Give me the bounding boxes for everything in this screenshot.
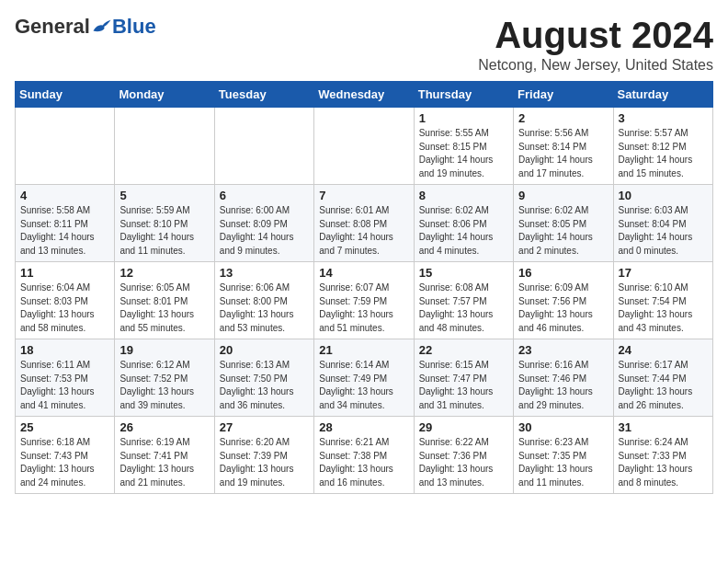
day-detail: Sunrise: 6:16 AM Sunset: 7:46 PM Dayligh… [518,359,608,412]
calendar-cell: 19Sunrise: 6:12 AM Sunset: 7:52 PM Dayli… [115,339,214,417]
day-number: 1 [419,111,508,125]
title-block: August 2024 Netcong, New Jersey, United … [478,15,713,74]
day-detail: Sunrise: 6:15 AM Sunset: 7:47 PM Dayligh… [419,359,508,412]
day-number: 21 [319,343,408,357]
calendar-cell: 20Sunrise: 6:13 AM Sunset: 7:50 PM Dayli… [214,339,313,417]
calendar-cell: 7Sunrise: 6:01 AM Sunset: 8:08 PM Daylig… [314,185,414,262]
day-detail: Sunrise: 6:18 AM Sunset: 7:43 PM Dayligh… [20,436,109,489]
calendar-cell: 12Sunrise: 6:05 AM Sunset: 8:01 PM Dayli… [115,262,214,339]
day-number: 3 [619,111,708,125]
day-detail: Sunrise: 6:22 AM Sunset: 7:36 PM Dayligh… [419,436,508,489]
calendar-cell: 31Sunrise: 6:24 AM Sunset: 7:33 PM Dayli… [613,417,712,494]
calendar-cell [314,108,414,185]
calendar-cell: 18Sunrise: 6:11 AM Sunset: 7:53 PM Dayli… [16,339,115,417]
day-header-thursday: Thursday [414,82,513,108]
calendar-header-row: SundayMondayTuesdayWednesdayThursdayFrid… [16,82,713,108]
day-number: 26 [119,420,209,434]
day-detail: Sunrise: 6:13 AM Sunset: 7:50 PM Dayligh… [220,359,309,412]
calendar-cell: 4Sunrise: 5:58 AM Sunset: 8:11 PM Daylig… [16,185,115,262]
calendar-cell: 26Sunrise: 6:19 AM Sunset: 7:41 PM Dayli… [115,417,214,494]
day-number: 9 [518,189,608,202]
calendar-cell: 30Sunrise: 6:23 AM Sunset: 7:35 PM Dayli… [514,417,613,494]
day-header-wednesday: Wednesday [314,82,414,108]
day-number: 16 [518,266,608,280]
calendar-table: SundayMondayTuesdayWednesdayThursdayFrid… [15,81,713,494]
day-detail: Sunrise: 6:19 AM Sunset: 7:41 PM Dayligh… [119,436,209,489]
calendar-cell: 25Sunrise: 6:18 AM Sunset: 7:43 PM Dayli… [16,417,115,494]
day-number: 29 [419,420,508,434]
day-detail: Sunrise: 6:00 AM Sunset: 8:09 PM Dayligh… [220,204,309,258]
day-number: 13 [220,266,309,280]
day-detail: Sunrise: 5:56 AM Sunset: 8:14 PM Dayligh… [518,127,608,180]
day-detail: Sunrise: 6:14 AM Sunset: 7:49 PM Dayligh… [319,359,408,412]
calendar-cell: 11Sunrise: 6:04 AM Sunset: 8:03 PM Dayli… [16,262,115,339]
day-detail: Sunrise: 6:06 AM Sunset: 8:00 PM Dayligh… [220,282,309,335]
day-detail: Sunrise: 6:17 AM Sunset: 7:44 PM Dayligh… [619,359,708,412]
day-number: 7 [319,189,408,202]
calendar-week-row: 1Sunrise: 5:55 AM Sunset: 8:15 PM Daylig… [16,108,713,185]
day-header-saturday: Saturday [613,82,712,108]
day-number: 15 [419,266,508,280]
day-number: 18 [20,343,109,357]
day-detail: Sunrise: 5:57 AM Sunset: 8:12 PM Dayligh… [619,127,708,180]
day-detail: Sunrise: 6:10 AM Sunset: 7:54 PM Dayligh… [619,282,708,335]
calendar-cell: 13Sunrise: 6:06 AM Sunset: 8:00 PM Dayli… [214,262,313,339]
calendar-cell: 23Sunrise: 6:16 AM Sunset: 7:46 PM Dayli… [514,339,613,417]
day-detail: Sunrise: 6:09 AM Sunset: 7:56 PM Dayligh… [518,282,608,335]
calendar-week-row: 18Sunrise: 6:11 AM Sunset: 7:53 PM Dayli… [16,339,713,417]
day-header-friday: Friday [514,82,613,108]
location-text: Netcong, New Jersey, United States [478,57,713,74]
day-detail: Sunrise: 6:11 AM Sunset: 7:53 PM Dayligh… [20,359,109,412]
calendar-cell [214,108,313,185]
day-number: 4 [20,189,109,202]
day-number: 22 [419,343,508,357]
day-number: 14 [319,266,408,280]
calendar-cell: 1Sunrise: 5:55 AM Sunset: 8:15 PM Daylig… [414,108,513,185]
day-number: 12 [119,266,209,280]
day-number: 24 [619,343,708,357]
calendar-week-row: 11Sunrise: 6:04 AM Sunset: 8:03 PM Dayli… [16,262,713,339]
day-header-monday: Monday [115,82,214,108]
calendar-cell: 6Sunrise: 6:00 AM Sunset: 8:09 PM Daylig… [214,185,313,262]
calendar-cell: 22Sunrise: 6:15 AM Sunset: 7:47 PM Dayli… [414,339,513,417]
calendar-cell: 5Sunrise: 5:59 AM Sunset: 8:10 PM Daylig… [115,185,214,262]
day-header-tuesday: Tuesday [214,82,313,108]
calendar-cell: 3Sunrise: 5:57 AM Sunset: 8:12 PM Daylig… [613,108,712,185]
day-number: 17 [619,266,708,280]
day-detail: Sunrise: 5:58 AM Sunset: 8:11 PM Dayligh… [20,204,109,258]
logo: General Blue [15,15,156,39]
day-detail: Sunrise: 6:07 AM Sunset: 7:59 PM Dayligh… [319,282,408,335]
day-number: 28 [319,420,408,434]
calendar-cell: 24Sunrise: 6:17 AM Sunset: 7:44 PM Dayli… [613,339,712,417]
day-number: 27 [220,420,309,434]
calendar-cell: 10Sunrise: 6:03 AM Sunset: 8:04 PM Dayli… [613,185,712,262]
logo-blue-text: Blue [112,15,156,39]
calendar-week-row: 4Sunrise: 5:58 AM Sunset: 8:11 PM Daylig… [16,185,713,262]
day-detail: Sunrise: 6:21 AM Sunset: 7:38 PM Dayligh… [319,436,408,489]
day-number: 11 [20,266,109,280]
day-header-sunday: Sunday [16,82,115,108]
day-number: 5 [119,189,209,202]
day-detail: Sunrise: 6:01 AM Sunset: 8:08 PM Dayligh… [319,204,408,258]
day-detail: Sunrise: 5:55 AM Sunset: 8:15 PM Dayligh… [419,127,508,180]
day-number: 25 [20,420,109,434]
day-number: 23 [518,343,608,357]
day-number: 8 [419,189,508,202]
day-number: 30 [518,420,608,434]
page-header: General Blue August 2024 Netcong, New Je… [15,15,713,74]
month-title: August 2024 [478,15,713,55]
logo-bird-icon [92,18,112,35]
day-detail: Sunrise: 6:05 AM Sunset: 8:01 PM Dayligh… [119,282,209,335]
calendar-cell: 17Sunrise: 6:10 AM Sunset: 7:54 PM Dayli… [613,262,712,339]
day-detail: Sunrise: 6:03 AM Sunset: 8:04 PM Dayligh… [619,204,708,258]
day-detail: Sunrise: 6:04 AM Sunset: 8:03 PM Dayligh… [20,282,109,335]
day-detail: Sunrise: 6:23 AM Sunset: 7:35 PM Dayligh… [518,436,608,489]
day-number: 2 [518,111,608,125]
day-detail: Sunrise: 5:59 AM Sunset: 8:10 PM Dayligh… [119,204,209,258]
calendar-cell: 14Sunrise: 6:07 AM Sunset: 7:59 PM Dayli… [314,262,414,339]
day-number: 20 [220,343,309,357]
day-detail: Sunrise: 6:02 AM Sunset: 8:06 PM Dayligh… [419,204,508,258]
logo-general-text: General [15,15,90,39]
day-detail: Sunrise: 6:12 AM Sunset: 7:52 PM Dayligh… [119,359,209,412]
calendar-cell [115,108,214,185]
